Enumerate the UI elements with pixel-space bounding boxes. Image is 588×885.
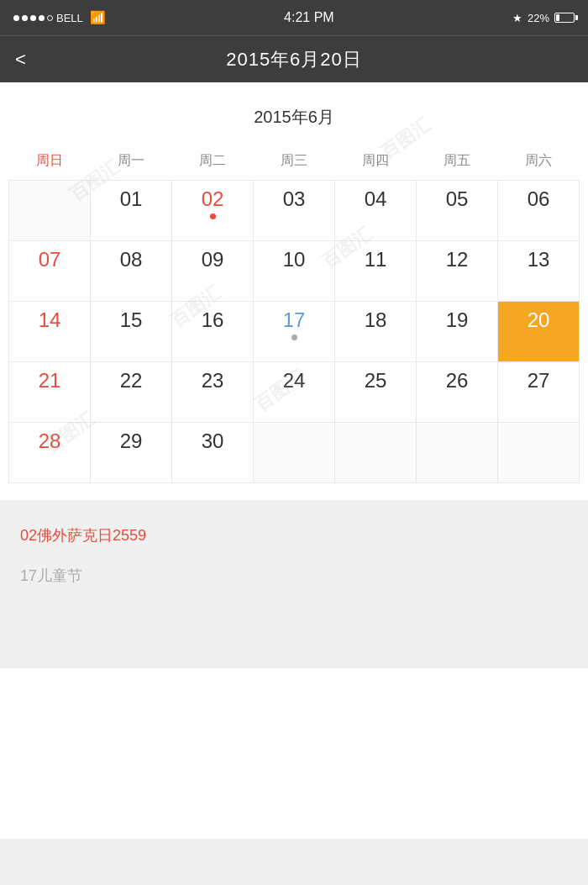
calendar-cell[interactable]: 08 (91, 241, 172, 302)
bluetooth-icon: ★ (512, 12, 522, 24)
day-number: 03 (283, 189, 306, 209)
signal-dot-3 (30, 15, 36, 21)
weekdays-row: 周日 周一 周二 周三 周四 周五 周六 (0, 145, 588, 176)
event-item: 02佛外萨克日2559 (20, 525, 568, 545)
day-number: 25 (365, 371, 387, 391)
event-dot-red (210, 213, 216, 219)
day-number: 15 (120, 310, 143, 330)
status-bar: BELL 📶 4:21 PM ★ 22% (0, 0, 588, 35)
signal-dot-4 (39, 15, 45, 21)
status-left: BELL 📶 (13, 10, 106, 25)
weekday-thu: 周四 (335, 145, 417, 176)
weekday-wed: 周三 (253, 145, 334, 176)
day-number: 17 (283, 310, 306, 330)
day-number: 19 (446, 310, 469, 330)
day-number: 12 (446, 250, 469, 270)
day-number: 11 (365, 250, 387, 270)
calendar-cell[interactable]: 22 (91, 362, 172, 423)
event-text: 02佛外萨克日2559 (20, 525, 568, 545)
calendar-cell[interactable]: 21 (9, 362, 91, 423)
day-number: 21 (39, 371, 61, 391)
weekday-sun: 周日 (8, 145, 90, 176)
calendar-cell[interactable]: 09 (172, 241, 254, 302)
calendar-container: 周日 周一 周二 周三 周四 周五 周六 0102030405060708091… (0, 145, 588, 500)
calendar-cell (498, 423, 580, 483)
calendar-grid: 0102030405060708091011121314151617181920… (8, 180, 580, 483)
calendar-cell (417, 423, 498, 483)
month-header: 2015年6月 (0, 82, 588, 145)
calendar-cell[interactable]: 03 (254, 181, 335, 241)
day-number: 20 (528, 310, 550, 330)
day-number: 29 (120, 431, 143, 451)
status-right: ★ 22% (512, 12, 575, 24)
calendar-cell[interactable]: 16 (172, 302, 254, 362)
day-number: 08 (120, 250, 143, 270)
nav-title: 2015年6月20日 (226, 47, 362, 72)
calendar-cell (254, 423, 335, 483)
calendar-cell[interactable]: 15 (91, 302, 172, 362)
calendar-cell[interactable]: 04 (335, 181, 417, 241)
day-number: 24 (283, 371, 306, 391)
calendar-cell[interactable]: 25 (335, 362, 417, 423)
back-button[interactable]: < (15, 49, 26, 71)
battery-percent: 22% (528, 12, 549, 24)
calendar-cell[interactable]: 28 (9, 423, 91, 483)
carrier-label: BELL (56, 12, 83, 24)
calendar-cell[interactable]: 23 (172, 362, 254, 423)
day-number: 23 (202, 371, 224, 391)
day-number: 27 (528, 371, 550, 391)
calendar-cell[interactable]: 12 (417, 241, 498, 302)
signal-dot-2 (22, 15, 28, 21)
calendar-cell[interactable]: 02 (172, 181, 254, 241)
day-number: 13 (528, 250, 550, 270)
day-number: 30 (202, 431, 224, 451)
wifi-icon: 📶 (90, 10, 106, 25)
battery-icon (554, 13, 575, 23)
calendar-cell[interactable]: 24 (254, 362, 335, 423)
event-text: 17儿童节 (20, 566, 568, 586)
signal-dots (13, 15, 53, 21)
calendar-cell[interactable]: 11 (335, 241, 417, 302)
main-content: 2015年6月 周日 周一 周二 周三 周四 周五 周六 01020304050… (0, 82, 588, 839)
day-number: 22 (120, 371, 143, 391)
battery-fill (556, 14, 559, 21)
calendar-cell[interactable]: 30 (172, 423, 254, 483)
day-number: 04 (365, 189, 387, 209)
calendar-cell[interactable]: 26 (417, 362, 498, 423)
day-number: 16 (202, 310, 224, 330)
month-label: 2015年6月 (254, 108, 334, 126)
event-dot-gray (291, 335, 297, 340)
day-number: 18 (365, 310, 387, 330)
weekday-fri: 周五 (417, 145, 498, 176)
day-number: 14 (39, 310, 61, 330)
event-item: 17儿童节 (20, 566, 568, 586)
day-number: 28 (39, 431, 61, 451)
calendar-cell[interactable]: 05 (417, 181, 498, 241)
weekday-mon: 周一 (90, 145, 171, 176)
calendar-cell[interactable]: 27 (498, 362, 580, 423)
calendar-cell[interactable]: 18 (335, 302, 417, 362)
calendar-cell[interactable]: 19 (417, 302, 498, 362)
nav-bar: < 2015年6月20日 (0, 35, 588, 82)
calendar-cell[interactable]: 29 (91, 423, 172, 483)
day-number: 05 (446, 189, 469, 209)
signal-dot-1 (13, 15, 19, 21)
events-section: 02佛外萨克日255917儿童节 (0, 500, 588, 668)
calendar-cell[interactable]: 01 (91, 181, 172, 241)
day-number: 06 (528, 189, 550, 209)
status-time: 4:21 PM (284, 10, 334, 25)
calendar-cell[interactable]: 20 (498, 302, 580, 362)
calendar-cell[interactable]: 07 (9, 241, 91, 302)
calendar-cell[interactable]: 14 (9, 302, 91, 362)
weekday-tue: 周二 (171, 145, 253, 176)
calendar-cell[interactable]: 10 (254, 241, 335, 302)
calendar-cell (9, 181, 91, 241)
calendar-cell (335, 423, 417, 483)
day-number: 26 (446, 371, 469, 391)
day-number: 10 (283, 250, 306, 270)
calendar-cell[interactable]: 13 (498, 241, 580, 302)
calendar-cell[interactable]: 17 (254, 302, 335, 362)
signal-dot-5 (47, 15, 53, 21)
day-number: 01 (120, 189, 143, 209)
calendar-cell[interactable]: 06 (498, 181, 580, 241)
